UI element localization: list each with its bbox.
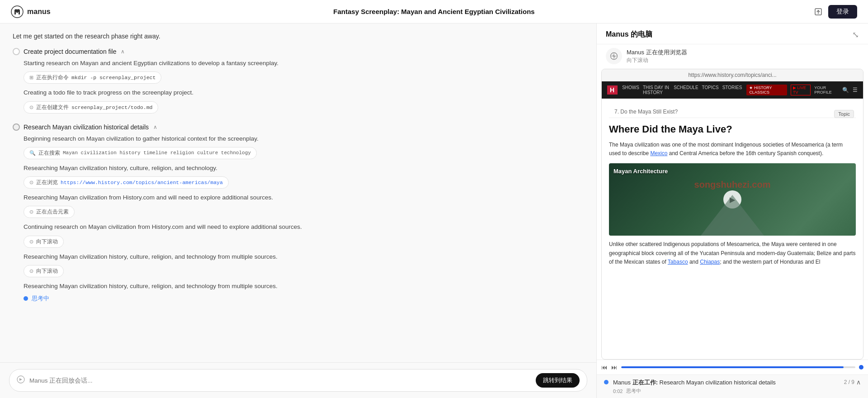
status-working-label: 正在工作:: [632, 379, 658, 386]
task-desc-1-1: Starting research on Mayan and ancient E…: [24, 59, 584, 68]
left-content: Let me get started on the research phase…: [0, 24, 596, 362]
jump-to-result-button[interactable]: 跳转到结果: [536, 373, 580, 388]
export-icon: [814, 7, 823, 16]
browser-frame: https://www.history.com/topics/anci... H…: [601, 69, 863, 360]
nav-stories[interactable]: STORIES: [722, 85, 742, 95]
history-nav: H SHOWS THIS DAY IN HISTORY SCHEDULE TOP…: [602, 81, 863, 99]
video-thumbnail[interactable]: Mayan Architecture ▶: [609, 163, 856, 236]
task-desc-2-6: Researching Mayan civilization history, …: [24, 282, 584, 291]
history-search-icon[interactable]: 🔍: [842, 87, 849, 93]
pill-browse-label: 正在浏览: [36, 179, 58, 186]
status-time: 0:02: [613, 389, 623, 394]
status-right: 2 / 9 ∧: [844, 379, 861, 386]
nav-schedule[interactable]: SCHEDULE: [674, 85, 698, 95]
logo-text: manus: [27, 8, 51, 16]
topic-badge: Topic: [834, 110, 854, 118]
page-body-text-1: The Maya civilization was one of the mos…: [609, 141, 856, 158]
prev-button[interactable]: ⏮: [601, 364, 608, 371]
pill-mkdir: ⊞ 正在执行命令 mkdir -p screenplay_project: [24, 71, 161, 84]
pill-browse: ⊙ 正在浏览 https://www.history.com/topics/an…: [24, 176, 229, 189]
task-desc-2-3: Researching Mayan civilization from Hist…: [24, 193, 584, 202]
page-title: Fantasy Screenplay: Mayan and Ancient Eg…: [333, 8, 534, 15]
pill-browse-url: https://www.history.com/topics/ancient-a…: [61, 180, 223, 185]
thinking-dot: [24, 296, 28, 301]
browser-status-info: Manus 正在使用浏览器 向下滚动: [627, 48, 687, 64]
pill-create-file: ⊙ 正在创建文件 screenplay_project/todo.md: [24, 101, 158, 114]
nav-this-day[interactable]: THIS DAY IN HISTORY: [643, 85, 670, 95]
scroll-hint: 7. Do the Maya Still Exist?: [609, 106, 856, 118]
task-title-2: Research Mayan civilization historical d…: [24, 123, 149, 131]
browser-content[interactable]: H SHOWS THIS DAY IN HISTORY SCHEDULE TOP…: [602, 81, 863, 359]
pill-search-label: 正在搜索: [38, 149, 60, 157]
task-desc-2-5: Researching Mayan civilization history, …: [24, 252, 584, 261]
chiapas-link[interactable]: Chiapas: [700, 259, 720, 265]
history-classics-badge[interactable]: ★ HISTORY CLASSICS: [746, 85, 787, 95]
status-content: Manus 正在工作: Research Mayan civilization …: [613, 379, 840, 394]
task-header-2[interactable]: Research Mayan civilization historical d…: [13, 123, 584, 131]
chevron-icon-2: ∧: [153, 124, 157, 130]
progress-bar[interactable]: [621, 366, 855, 368]
nav-shows[interactable]: SHOWS: [622, 85, 639, 95]
pill-search-query: Mayan civilization history timeline reli…: [63, 150, 251, 156]
status-main-text: Manus 正在工作: Research Mayan civilization …: [613, 379, 840, 387]
browser-status-label: Manus 正在使用浏览器: [627, 48, 687, 57]
history-profile[interactable]: YOUR PROFILE: [814, 85, 839, 95]
task-circle-1: [13, 48, 20, 55]
nav-topics[interactable]: TOPICS: [702, 85, 719, 95]
pill-creating-label: 正在创建文件: [36, 104, 69, 111]
thinking-text: 思考中: [32, 294, 49, 303]
pill-scroll-2: ⊙ 向下滚动: [24, 265, 64, 277]
status-sub-label: 思考中: [626, 388, 641, 394]
browser-icon: [606, 48, 622, 64]
file-icon: ⊙: [29, 104, 33, 110]
click-icon: ⊙: [29, 209, 33, 215]
thinking-row: 思考中: [24, 294, 584, 303]
login-button[interactable]: 登录: [828, 5, 857, 19]
header: manus Fantasy Screenplay: Mayan and Anci…: [0, 0, 868, 24]
task-section-1: Create project documentation file ∧ Star…: [13, 48, 584, 118]
header-right: 登录: [814, 5, 857, 19]
browse-icon: ⊙: [29, 180, 33, 185]
history-logo: H: [607, 85, 618, 95]
scroll-hint-text[interactable]: 7. Do the Maya Still Exist?: [614, 109, 678, 115]
status-expand-button[interactable]: ∧: [856, 379, 861, 386]
manus-logo-icon: [11, 5, 24, 18]
task-desc-2-2: Researching Mayan civilization history, …: [24, 164, 584, 173]
next-button[interactable]: ⏭: [611, 364, 618, 371]
page-body-text-2: Unlike other scattered Indigenous popula…: [609, 240, 856, 266]
mexico-link[interactable]: Mexico: [650, 150, 667, 156]
history-menu-icon[interactable]: ☰: [853, 87, 858, 93]
task-desc-1-2: Creating a todo file to track progress o…: [24, 88, 584, 97]
browser-status: Manus 正在使用浏览器 向下滚动: [597, 44, 868, 69]
tabasco-link[interactable]: Tabasco: [668, 259, 688, 265]
pyramid-shape: [701, 195, 764, 236]
status-page-info: 2 / 9: [844, 379, 854, 385]
pill-executing-label: 正在执行命令: [36, 74, 69, 81]
task-body-2: Beginning research on Mayan civilization…: [13, 134, 584, 303]
main-layout: Let me get started on the research phase…: [0, 24, 868, 398]
minimize-button[interactable]: ⤡: [852, 31, 859, 39]
left-panel: Let me get started on the research phase…: [0, 24, 597, 398]
export-button[interactable]: [814, 7, 823, 16]
progress-bar-fill: [621, 366, 844, 368]
replay-icon: [17, 375, 25, 385]
pill-search: 🔍 正在搜索 Mayan civilization history timeli…: [24, 147, 257, 159]
pill-scroll-1: ⊙ 向下滚动: [24, 236, 64, 248]
task-desc-2-1: Beginning research on Mayan civilization…: [24, 134, 584, 143]
browser-controls: ⏮ ⏭: [597, 360, 868, 374]
chat-input[interactable]: [29, 377, 531, 384]
scroll-icon-2: ⊙: [29, 268, 33, 274]
pill-mkdir-code: mkdir -p screenplay_project: [71, 75, 156, 81]
task-body-1: Starting research on Mayan and ancient E…: [13, 59, 584, 118]
video-label: Mayan Architecture: [613, 168, 668, 175]
chevron-icon-1: ∧: [121, 48, 125, 55]
progress-dot: [859, 365, 863, 370]
compass-icon: [610, 52, 618, 60]
task-desc-2-4: Continuing research on Mayan civilizatio…: [24, 223, 584, 232]
task-section-2: Research Mayan civilization historical d…: [13, 123, 584, 303]
page-content: 7. Do the Maya Still Exist? Where Did th…: [602, 99, 863, 271]
task-header-1[interactable]: Create project documentation file ∧: [13, 48, 584, 55]
right-panel-title: Manus 的电脑: [606, 30, 652, 39]
status-dot: [604, 380, 609, 384]
history-live-badge[interactable]: ▶ LIVE TV: [791, 85, 811, 95]
